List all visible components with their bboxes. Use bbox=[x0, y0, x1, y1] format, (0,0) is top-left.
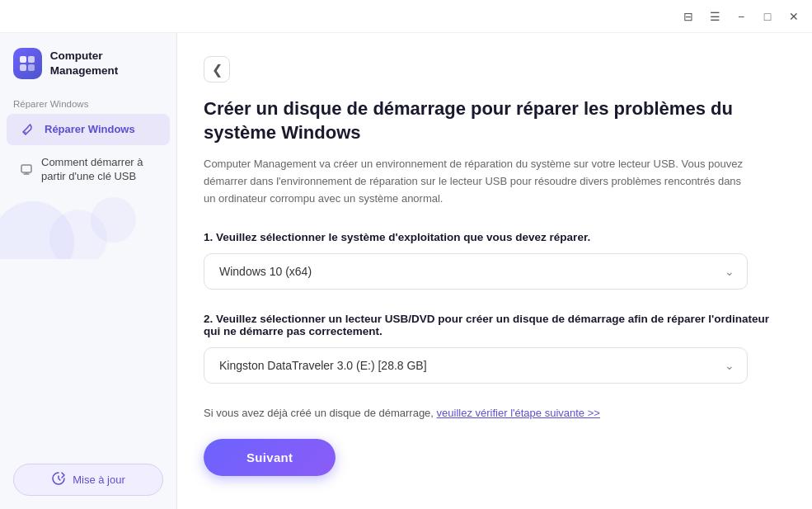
sidebar: Computer Management Réparer Windows Répa… bbox=[0, 33, 177, 509]
main-content: ❮ Créer un disque de démarrage pour répa… bbox=[177, 33, 812, 509]
sidebar-section-label: Réparer Windows bbox=[0, 92, 176, 112]
suivant-button[interactable]: Suivant bbox=[204, 439, 336, 476]
usb-guide-icon bbox=[20, 162, 33, 178]
title-bar: ⊟ ☰ − □ ✕ bbox=[0, 0, 812, 33]
svg-rect-5 bbox=[21, 165, 31, 172]
back-icon: ❮ bbox=[212, 62, 223, 78]
update-button[interactable]: Mise à jour bbox=[13, 464, 163, 496]
window-controls: ⊟ ☰ − □ ✕ bbox=[677, 5, 805, 28]
svg-rect-2 bbox=[20, 64, 26, 71]
page-description: Computer Management va créer un environn… bbox=[204, 156, 748, 207]
hint-static-text: Si vous avez déjà créé un disque de déma… bbox=[204, 407, 437, 419]
close-button[interactable]: ✕ bbox=[782, 5, 805, 28]
section1-label: 1. Veuillez sélectionner le système d'ex… bbox=[204, 231, 779, 243]
chat-icon: ⊟ bbox=[683, 10, 693, 23]
sidebar-header: Computer Management bbox=[0, 33, 176, 92]
app-body: Computer Management Réparer Windows Répa… bbox=[0, 33, 812, 509]
sidebar-item-demarrer-usb[interactable]: Comment démarrer à partir d'une clé USB bbox=[7, 148, 170, 191]
hint-text: Si vous avez déjà créé un disque de déma… bbox=[204, 407, 779, 419]
sidebar-footer: Mise à jour bbox=[0, 450, 176, 509]
app-title: Computer Management bbox=[50, 49, 163, 78]
svg-point-4 bbox=[25, 132, 26, 134]
hint-link[interactable]: veuillez vérifier l'étape suivante >> bbox=[437, 407, 600, 419]
usb-select-wrapper: Kingston DataTraveler 3.0 (E:) [28.8 GB]… bbox=[204, 347, 748, 384]
os-select[interactable]: Windows 10 (x64) Windows 11 (x64) Window… bbox=[204, 253, 748, 290]
os-select-wrapper: Windows 10 (x64) Windows 11 (x64) Window… bbox=[204, 253, 748, 290]
sidebar-item-reparer-label: Réparer Windows bbox=[45, 123, 135, 137]
app-logo bbox=[13, 48, 42, 79]
maximize-button[interactable]: □ bbox=[756, 5, 779, 28]
back-button[interactable]: ❮ bbox=[204, 56, 230, 82]
svg-rect-0 bbox=[20, 56, 26, 63]
update-icon bbox=[51, 471, 66, 488]
menu-button[interactable]: ☰ bbox=[703, 5, 726, 28]
update-label: Mise à jour bbox=[73, 474, 125, 486]
usb-select[interactable]: Kingston DataTraveler 3.0 (E:) [28.8 GB]… bbox=[204, 347, 748, 384]
minimize-icon: − bbox=[738, 10, 744, 23]
sidebar-item-reparer-windows[interactable]: Réparer Windows bbox=[7, 114, 170, 145]
repair-icon bbox=[20, 121, 36, 138]
section2-label: 2. Veuillez sélectionner un lecteur USB/… bbox=[204, 313, 779, 337]
svg-rect-1 bbox=[28, 56, 35, 63]
sidebar-decoration bbox=[0, 193, 176, 259]
menu-icon: ☰ bbox=[710, 10, 720, 23]
sidebar-item-usb-label: Comment démarrer à partir d'une clé USB bbox=[41, 156, 157, 184]
page-title: Créer un disque de démarrage pour répare… bbox=[204, 97, 764, 144]
close-icon: ✕ bbox=[789, 10, 799, 23]
minimize-button[interactable]: − bbox=[730, 5, 753, 28]
maximize-icon: □ bbox=[764, 10, 771, 23]
svg-rect-3 bbox=[28, 64, 35, 71]
chat-button[interactable]: ⊟ bbox=[677, 5, 700, 28]
